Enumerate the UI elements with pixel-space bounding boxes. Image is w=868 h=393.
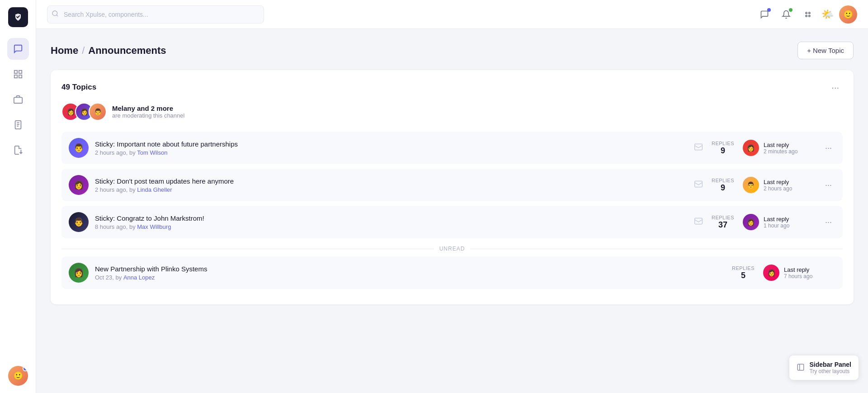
topbar: 🌤️ 🙂 <box>36 0 868 29</box>
topic-more-button-1[interactable]: ··· <box>821 142 835 155</box>
sidebar-item-grid[interactable] <box>7 63 29 85</box>
topic-title-2: Sticky: Don't post team updates here any… <box>95 177 688 185</box>
replies-count-3: 37 <box>709 220 736 230</box>
topic-by-3: by <box>129 223 137 230</box>
topic-avatar-2: 👩 <box>69 175 89 195</box>
table-row[interactable]: 👩 New Partnership with Plinko Systems Oc… <box>61 256 843 289</box>
messages-notification-dot <box>767 8 771 12</box>
sidebar: 🙂 <box>0 0 36 393</box>
replies-count-4: 5 <box>730 271 757 280</box>
sidebar-user-avatar[interactable]: 🙂 <box>8 366 28 386</box>
last-reply-label-4: Last reply <box>784 266 812 273</box>
svg-rect-14 <box>695 218 703 224</box>
last-reply-info-3: Last reply 1 hour ago <box>764 216 789 229</box>
topic-author-2[interactable]: Linda Gheller <box>137 186 172 193</box>
topic-more-button-3[interactable]: ··· <box>821 216 835 229</box>
app-logo[interactable] <box>8 7 28 27</box>
divider-line-left <box>61 249 434 249</box>
svg-point-11 <box>809 15 810 16</box>
svg-rect-12 <box>695 144 703 150</box>
notifications-button[interactable] <box>778 6 794 23</box>
topic-info-2: Sticky: Don't post team updates here any… <box>95 177 688 193</box>
mail-icon-2 <box>694 180 703 190</box>
topic-title-4: New Partnership with Plinko Systems <box>95 265 723 273</box>
topbar-right: 🌤️ 🙂 <box>756 5 857 24</box>
sidebar-panel-hint-icon <box>797 363 805 373</box>
svg-rect-1 <box>19 71 21 73</box>
last-reply-time-4: 7 hours ago <box>784 273 812 279</box>
topic-meta-1: 2 hours ago, by Tom Wilson <box>95 149 688 156</box>
moderators-row: 👩 👩 👨 Melany and 2 more are moderating t… <box>61 103 843 121</box>
sidebar-panel-hint-text: Sidebar Panel Try other layouts <box>809 361 851 374</box>
svg-rect-4 <box>14 97 22 103</box>
topic-avatar-1: 👨 <box>69 138 89 158</box>
moderators-name: Melany and 2 more <box>112 104 184 112</box>
search-icon <box>52 10 59 19</box>
topic-replies-2: REPLIES 9 <box>709 178 736 193</box>
table-row[interactable]: 👨 Sticky: Important note about future pa… <box>61 132 843 164</box>
apps-button[interactable] <box>800 6 816 23</box>
svg-point-6 <box>52 11 57 16</box>
topics-header: 49 Topics ··· <box>61 81 843 94</box>
sidebar-panel-hint[interactable]: Sidebar Panel Try other layouts <box>789 355 859 380</box>
topics-more-button[interactable]: ··· <box>828 81 843 94</box>
svg-rect-13 <box>695 181 703 187</box>
replies-count-1: 9 <box>709 146 736 156</box>
last-reply-info-2: Last reply 2 hours ago <box>764 179 792 192</box>
breadcrumb-current: Announcements <box>88 45 166 57</box>
table-row[interactable]: 👨 Sticky: Congratz to John Markstrom! 8 … <box>61 206 843 238</box>
svg-point-8 <box>806 12 807 14</box>
svg-rect-0 <box>14 71 17 73</box>
divider-line-right <box>470 249 843 249</box>
new-topic-button[interactable]: + New Topic <box>797 42 854 59</box>
topic-time-4: Oct 23 <box>95 274 112 281</box>
replies-label-1: REPLIES <box>709 141 736 146</box>
last-reply-label-3: Last reply <box>764 216 789 223</box>
messages-button[interactable] <box>756 6 773 23</box>
topics-count: 49 Topics <box>61 83 96 92</box>
svg-rect-2 <box>14 75 17 78</box>
topic-author-4[interactable]: Anna Lopez <box>123 274 155 281</box>
topic-avatar-4: 👩 <box>69 263 89 283</box>
moderators-subtitle: are moderating this channel <box>112 112 184 119</box>
topic-meta-3: 8 hours ago, by Max Willburg <box>95 223 688 230</box>
topic-info-3: Sticky: Congratz to John Markstrom! 8 ho… <box>95 214 688 230</box>
sidebar-panel-subtitle: Try other layouts <box>809 368 851 374</box>
topic-more-button-2[interactable]: ··· <box>821 179 835 192</box>
topic-meta-4: Oct 23, by Anna Lopez <box>95 274 723 281</box>
sidebar-item-announcements[interactable] <box>7 38 29 60</box>
replies-label-4: REPLIES <box>730 265 757 271</box>
unread-divider: UNREAD <box>61 246 843 252</box>
breadcrumb-row: Home / Announcements + New Topic <box>51 42 854 59</box>
topic-last-reply-4: 👩 Last reply 7 hours ago <box>763 265 835 281</box>
last-reply-avatar-3: 👩 <box>743 214 759 230</box>
sidebar-item-briefcase[interactable] <box>7 89 29 110</box>
topic-last-reply-3: 👩 Last reply 1 hour ago <box>743 214 815 230</box>
theme-toggle-button[interactable]: 🌤️ <box>821 9 834 20</box>
svg-point-10 <box>806 15 807 16</box>
svg-point-9 <box>809 12 810 14</box>
replies-label-3: REPLIES <box>709 215 736 220</box>
topic-info-1: Sticky: Important note about future part… <box>95 140 688 156</box>
sidebar-user-section: 🙂 <box>8 366 28 386</box>
sidebar-item-document[interactable] <box>7 114 29 136</box>
breadcrumb: Home / Announcements <box>51 45 166 57</box>
svg-rect-15 <box>798 364 804 370</box>
topics-panel: 49 Topics ··· 👩 👩 👨 Melany a <box>51 70 854 304</box>
table-row[interactable]: 👩 Sticky: Don't post team updates here a… <box>61 169 843 201</box>
last-reply-label-2: Last reply <box>764 179 792 185</box>
breadcrumb-home[interactable]: Home <box>51 45 78 57</box>
mail-icon-3 <box>694 217 703 227</box>
topic-author-1[interactable]: Tom Wilson <box>137 149 167 156</box>
topbar-user-avatar[interactable]: 🙂 <box>839 5 857 24</box>
sidebar-item-notes[interactable] <box>7 139 29 161</box>
topic-last-reply-2: 👨 Last reply 2 hours ago <box>743 177 815 193</box>
topic-author-3[interactable]: Max Willburg <box>137 223 171 230</box>
search-input[interactable] <box>47 5 264 24</box>
page-content: Home / Announcements + New Topic 49 Topi… <box>36 29 868 393</box>
topic-avatar-3: 👨 <box>69 212 89 232</box>
moderator-avatar-3: 👨 <box>89 103 107 121</box>
svg-rect-3 <box>19 75 21 78</box>
moderators-text: Melany and 2 more are moderating this ch… <box>112 104 184 119</box>
topic-time-2: 2 hours ago <box>95 186 126 193</box>
